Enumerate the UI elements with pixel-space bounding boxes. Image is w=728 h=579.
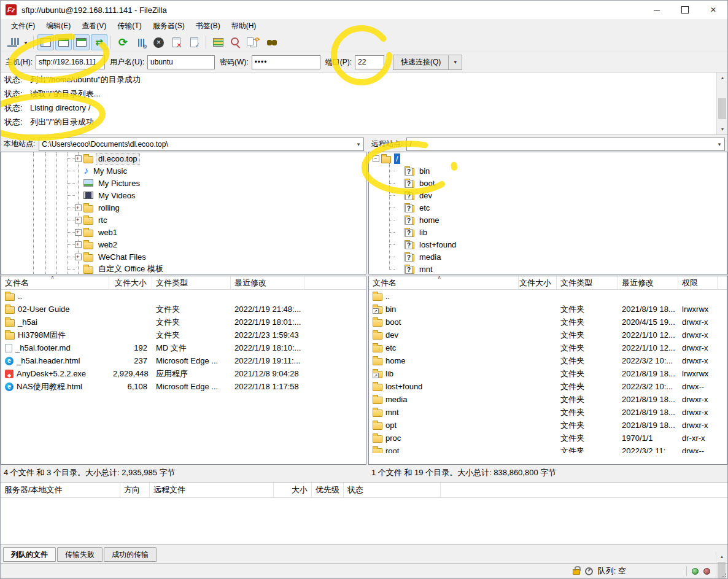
minimize-button[interactable]	[643, 1, 671, 19]
resize-grip[interactable]	[720, 571, 726, 577]
file-row[interactable]: home 文件夹 2022/3/2 10:... drwxr-x	[369, 354, 716, 367]
search-binoculars-button[interactable]	[263, 34, 280, 50]
menu-item[interactable]: 传输(T)	[112, 20, 147, 33]
toggle-local-tree-button[interactable]	[55, 34, 72, 50]
file-row[interactable]: NAS使用教程.html 6,108 Microsoft Edge ... 20…	[1, 380, 366, 393]
local-tree-item[interactable]: web1	[1, 226, 366, 238]
file-row[interactable]: Hi3798M固件 文件夹 2022/1/23 1:59:43	[1, 328, 366, 341]
expander-plus-icon[interactable]	[75, 217, 82, 223]
remote-tree-item[interactable]: /	[369, 152, 727, 165]
remote-tree-item[interactable]: media	[369, 251, 727, 263]
file-row[interactable]: bin 文件夹 2021/8/19 18... lrwxrwx	[369, 303, 716, 316]
file-row[interactable]: lost+found 文件夹 2022/3/2 10:... drwx--	[369, 380, 716, 393]
synchronized-browsing-button[interactable]	[246, 34, 262, 50]
queue-column-header[interactable]: 服务器/本地文件	[1, 483, 120, 497]
menu-item[interactable]: 帮助(H)	[226, 20, 262, 33]
maximize-button[interactable]	[671, 1, 699, 19]
cancel-button[interactable]	[150, 34, 167, 50]
file-row[interactable]: _h5ai 文件夹 2022/1/19 18:01:...	[1, 316, 366, 328]
remote-path-combobox[interactable]: / ▾	[406, 138, 725, 151]
file-row[interactable]: dev 文件夹 2022/1/10 12... drwxr-x	[369, 328, 716, 341]
queue-column-header[interactable]: 远程文件	[150, 483, 274, 497]
column-header[interactable]: ∧ 文件名	[369, 276, 519, 289]
queue-column-header[interactable]: 大小	[274, 483, 312, 497]
toggle-message-log-button[interactable]	[37, 34, 54, 50]
queue-column-header[interactable]: 状态	[344, 483, 441, 497]
find-files-button[interactable]	[228, 34, 244, 50]
expander-plus-icon[interactable]	[75, 155, 82, 162]
expander-plus-icon[interactable]	[75, 204, 82, 211]
chevron-down-icon[interactable]: ▾	[354, 141, 363, 147]
refresh-button[interactable]	[115, 34, 131, 50]
expander-minus-icon[interactable]	[373, 155, 379, 162]
local-tree-item[interactable]: My Pictures	[1, 177, 366, 189]
column-header[interactable]: ∧ 文件大小	[519, 276, 557, 289]
file-row[interactable]: 02-User Guide 文件夹 2022/1/19 21:48:...	[1, 303, 366, 316]
log-scrollbar[interactable]: ▲ ▼	[716, 72, 727, 134]
disconnect-button[interactable]	[168, 34, 185, 50]
expander-plus-icon[interactable]	[75, 254, 82, 260]
column-header[interactable]: ∧ 文件大小	[109, 276, 152, 289]
password-input[interactable]	[252, 55, 320, 69]
remote-tree-item[interactable]: etc	[369, 201, 727, 214]
file-row[interactable]: ..	[1, 290, 366, 303]
chevron-down-icon[interactable]: ▾	[714, 141, 724, 147]
local-tree-item[interactable]: web2	[1, 238, 366, 251]
directory-comparison-button[interactable]	[210, 34, 227, 50]
local-tree-item[interactable]: My Videos	[1, 189, 366, 201]
site-manager-button[interactable]	[4, 34, 20, 50]
menu-item[interactable]: 查看(V)	[76, 20, 112, 33]
toolbar-separator[interactable]	[110, 36, 112, 49]
file-row[interactable]: root 文件夹 2022/3/2 11: drwx--	[369, 445, 716, 453]
menu-item[interactable]: 编辑(E)	[41, 20, 76, 33]
file-row[interactable]: opt 文件夹 2021/8/19 18... drwxr-x	[369, 419, 716, 432]
queue-tab[interactable]: 传输失败	[57, 547, 103, 562]
scroll-up-icon[interactable]: ▲	[717, 72, 728, 83]
column-header[interactable]: ∧ 文件类型	[152, 276, 231, 289]
speed-limit-gauge-icon[interactable]	[585, 567, 593, 575]
quickconnect-dropdown[interactable]: ▾	[449, 55, 462, 70]
scroll-down-icon[interactable]: ▼	[717, 124, 728, 134]
host-input[interactable]	[36, 55, 105, 69]
menu-item[interactable]: 文件(F)	[6, 20, 41, 33]
toolbar-separator[interactable]	[33, 36, 34, 49]
quickconnect-button[interactable]: 快速连接(Q)	[393, 55, 449, 70]
remote-tree-item[interactable]: lost+found	[369, 238, 727, 251]
local-tree-item[interactable]: WeChat Files	[1, 251, 366, 263]
file-row[interactable]: _h5ai.header.html 237 Microsoft Edge ...…	[1, 354, 366, 367]
local-tree-item[interactable]: 自定义 Office 模板	[1, 263, 366, 274]
close-button[interactable]	[699, 1, 727, 19]
file-row[interactable]: mnt 文件夹 2021/8/19 18... drwxr-x	[369, 406, 716, 419]
expander-plus-icon[interactable]	[75, 229, 82, 236]
menu-item[interactable]: 服务器(S)	[147, 20, 190, 33]
filter-settings-button[interactable]	[133, 34, 149, 50]
remote-tree-item[interactable]: dev	[369, 189, 727, 201]
site-manager-dropdown-button[interactable]	[21, 34, 30, 50]
queue-column-header[interactable]: 方向	[120, 483, 150, 497]
file-row[interactable]: media 文件夹 2021/8/19 18... drwxr-x	[369, 393, 716, 406]
toggle-remote-tree-button[interactable]	[73, 34, 90, 50]
local-tree-item[interactable]: rolling	[1, 201, 366, 214]
local-tree-item[interactable]: rtc	[1, 214, 366, 226]
toggle-transfer-queue-button[interactable]	[91, 34, 107, 50]
remote-tree-item[interactable]: mnt	[369, 263, 727, 274]
column-header[interactable]: ∧ 文件名	[1, 276, 109, 289]
toolbar-separator[interactable]	[206, 36, 207, 49]
local-tree-item[interactable]: dl.ecoo.top	[1, 152, 366, 165]
queue-column-header[interactable]: 优先级	[312, 483, 344, 497]
remote-tree-item[interactable]: home	[369, 214, 727, 226]
queue-tab[interactable]: 列队的文件	[3, 547, 56, 562]
column-header[interactable]: ∧ 最近修改	[618, 276, 678, 289]
file-row[interactable]: boot 文件夹 2020/4/15 19... drwxr-x	[369, 316, 716, 328]
file-row[interactable]: AnyDesk+5.2.2.exe 2,929,448 应用程序 2021/12…	[1, 367, 366, 380]
file-row[interactable]: _h5ai.footer.md 192 MD 文件 2022/1/19 18:1…	[1, 341, 366, 354]
local-path-combobox[interactable]: C:\Users\ecoo\Documents\dl.ecoo.top\ ▾	[39, 138, 364, 151]
local-tree-item[interactable]: My Music	[1, 165, 366, 177]
username-input[interactable]	[147, 55, 215, 69]
column-header[interactable]: ∧ 最近修改	[231, 276, 304, 289]
menu-item[interactable]: 书签(B)	[190, 20, 226, 33]
file-row[interactable]: ..	[369, 290, 716, 303]
remote-tree-item[interactable]: lib	[369, 226, 727, 238]
queue-tab[interactable]: 成功的传输	[104, 547, 157, 562]
remote-tree-item[interactable]: boot	[369, 177, 727, 189]
